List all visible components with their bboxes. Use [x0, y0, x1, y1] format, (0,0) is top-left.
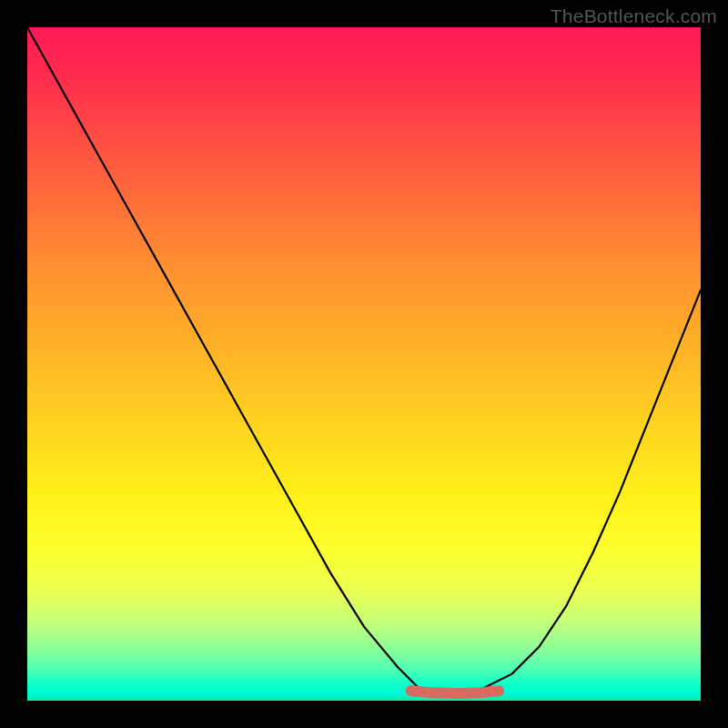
- chart-frame: TheBottleneck.com: [0, 0, 728, 728]
- bottleneck-curve: [27, 27, 701, 694]
- plot-area: [27, 27, 701, 701]
- curve-svg: [27, 27, 701, 701]
- optimal-trough: [411, 691, 499, 693]
- watermark-text: TheBottleneck.com: [551, 5, 717, 27]
